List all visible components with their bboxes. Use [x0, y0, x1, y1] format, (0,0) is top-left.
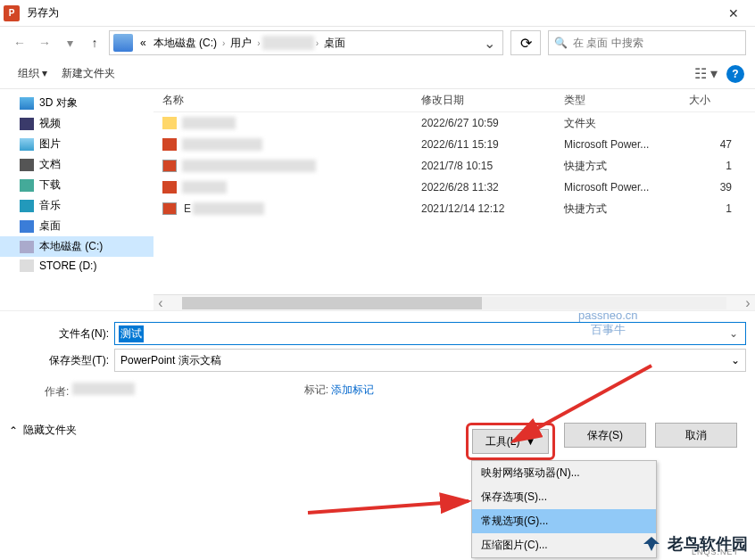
- folder-icon: [162, 117, 177, 129]
- author-value-redacted[interactable]: [72, 383, 135, 395]
- filename-redacted: [182, 138, 262, 151]
- powerpoint-icon: P: [4, 5, 20, 21]
- annotation-arrow: [303, 482, 482, 521]
- search-input[interactable]: 🔍 在 桌面 中搜索: [548, 30, 746, 55]
- dropdown-item-saveoptions[interactable]: 保存选项(S)...: [472, 485, 656, 509]
- file-size: 1: [689, 202, 739, 215]
- file-date: 2021/12/14 12:12: [421, 202, 564, 215]
- up-button[interactable]: ↑: [84, 32, 105, 54]
- sidebar-item-3d[interactable]: 3D 对象: [0, 93, 153, 113]
- file-row[interactable]: E 2021/12/14 12:12 快捷方式 1: [153, 198, 755, 219]
- search-placeholder: 在 桌面 中搜索: [573, 36, 643, 51]
- sidebar-item-label: 桌面: [39, 218, 61, 234]
- sidebar-item-pictures[interactable]: 图片: [0, 134, 153, 154]
- tools-dropdown-menu: 映射网络驱动器(N)... 保存选项(S)... 常规选项(G)... 压缩图片…: [471, 460, 657, 558]
- filename-input[interactable]: 测试 ⌄: [114, 322, 746, 345]
- file-list: 2022/6/27 10:59 文件夹 2022/6/11 15:19 Micr…: [153, 112, 755, 294]
- file-row[interactable]: 2022/6/11 15:19 Microsoft Power... 47: [153, 134, 755, 155]
- organize-button[interactable]: 组织 ▾: [11, 62, 54, 85]
- view-options-button[interactable]: ☷ ▾: [693, 65, 719, 83]
- cancel-label: 取消: [685, 428, 707, 443]
- bird-icon: [641, 533, 662, 555]
- ppt-icon: [162, 181, 177, 194]
- help-button[interactable]: ?: [726, 65, 744, 83]
- chevron-right-icon: ›: [314, 38, 320, 48]
- pictures-icon: [20, 138, 34, 151]
- horizontal-scrollbar[interactable]: ‹ ›: [153, 294, 755, 310]
- sidebar-item-drive-d[interactable]: STORE (D:): [0, 257, 153, 275]
- file-row[interactable]: 2022/6/28 11:32 Microsoft Power... 39: [153, 177, 755, 198]
- shortcut-icon: [162, 160, 177, 172]
- annotation-highlight-tools: 工具(L) ▼: [466, 423, 555, 460]
- search-icon: 🔍: [554, 37, 568, 49]
- breadcrumb-item[interactable]: 桌面: [320, 36, 349, 51]
- file-type: 快捷方式: [564, 202, 689, 217]
- dropdown-item-generaloptions[interactable]: 常规选项(G)...: [472, 509, 656, 533]
- sidebar-item-video[interactable]: 视频: [0, 113, 153, 134]
- breadcrumb-item[interactable]: 用户: [227, 36, 255, 51]
- sidebar: 3D 对象 视频 图片 文档 下载 音乐 桌面 本地磁盘 (C:) STORE …: [0, 89, 153, 310]
- refresh-button[interactable]: ⟳: [510, 30, 541, 55]
- sidebar-item-desktop[interactable]: 桌面: [0, 216, 153, 236]
- sidebar-item-music[interactable]: 音乐: [0, 195, 153, 216]
- dropdown-item-compress[interactable]: 压缩图片(C)...: [472, 533, 656, 557]
- window-title: 另存为: [27, 5, 59, 21]
- close-button[interactable]: ✕: [716, 6, 751, 21]
- downloads-icon: [20, 179, 34, 192]
- svg-line-1: [308, 501, 469, 513]
- filename-redacted: [182, 160, 316, 172]
- back-button[interactable]: ←: [9, 32, 30, 54]
- chevron-down-icon: ⌄: [731, 354, 740, 366]
- chevron-right-icon: ›: [255, 38, 261, 48]
- breadcrumb-dropdown[interactable]: ⌄: [477, 35, 502, 52]
- chevron-down-icon: ⌃: [9, 424, 18, 437]
- sidebar-item-documents[interactable]: 文档: [0, 154, 153, 175]
- ppt-icon: [162, 138, 177, 151]
- video-icon: [20, 118, 34, 130]
- cancel-button[interactable]: 取消: [655, 423, 737, 448]
- file-row[interactable]: 2021/7/8 10:15 快捷方式 1: [153, 155, 755, 177]
- hide-folders-toggle[interactable]: ⌃ 隐藏文件夹: [9, 423, 77, 438]
- file-type: 文件夹: [564, 116, 689, 131]
- music-icon: [20, 200, 34, 212]
- drive-icon: [20, 259, 34, 272]
- col-name[interactable]: 名称: [153, 93, 421, 108]
- tags-label: 标记:: [304, 383, 328, 396]
- tools-label: 工具(L): [485, 434, 520, 449]
- breadcrumb-item-redacted[interactable]: [262, 36, 314, 50]
- sidebar-item-label: 图片: [39, 136, 61, 152]
- chevron-down-icon[interactable]: ⌄: [726, 327, 742, 340]
- file-date: 2022/6/27 10:59: [421, 117, 564, 129]
- col-type[interactable]: 类型: [564, 93, 689, 108]
- filetype-combo[interactable]: PowerPoint 演示文稿 ⌄: [114, 349, 746, 372]
- col-date[interactable]: 修改日期: [421, 93, 564, 108]
- filename-redacted: [182, 117, 236, 129]
- filetype-label: 保存类型(T):: [9, 353, 114, 368]
- filename-redacted: [182, 181, 227, 194]
- file-row[interactable]: 2022/6/27 10:59 文件夹: [153, 112, 755, 134]
- recent-dropdown[interactable]: ▾: [59, 32, 80, 54]
- sidebar-item-downloads[interactable]: 下载: [0, 175, 153, 195]
- filetype-value: PowerPoint 演示文稿: [120, 353, 221, 368]
- forward-button: →: [34, 32, 55, 54]
- tags-input[interactable]: 添加标记: [331, 383, 374, 396]
- chevron-down-icon: ▼: [525, 435, 535, 448]
- scrollbar-thumb[interactable]: [182, 297, 482, 309]
- save-button[interactable]: 保存(S): [564, 423, 646, 448]
- filename-label: 文件名(N):: [9, 326, 114, 342]
- dropdown-item-network[interactable]: 映射网络驱动器(N)...: [472, 461, 656, 485]
- breadcrumb-item[interactable]: 本地磁盘 (C:): [150, 36, 220, 51]
- file-type: Microsoft Power...: [564, 138, 689, 151]
- sidebar-item-label: STORE (D:): [39, 259, 96, 272]
- sidebar-item-drive-c[interactable]: 本地磁盘 (C:): [0, 236, 153, 257]
- file-type: Microsoft Power...: [564, 181, 689, 194]
- drive-icon: [113, 34, 133, 52]
- tools-button[interactable]: 工具(L) ▼: [472, 429, 549, 454]
- drive-icon: [20, 241, 34, 253]
- file-date: 2021/7/8 10:15: [421, 160, 564, 172]
- column-headers[interactable]: 名称 修改日期 类型 大小: [153, 89, 755, 112]
- newfolder-button[interactable]: 新建文件夹: [54, 62, 122, 85]
- col-size[interactable]: 大小: [689, 93, 739, 108]
- save-label: 保存(S): [587, 428, 623, 443]
- breadcrumb[interactable]: « 本地磁盘 (C:) › 用户 › › 桌面 ⌄: [109, 30, 503, 55]
